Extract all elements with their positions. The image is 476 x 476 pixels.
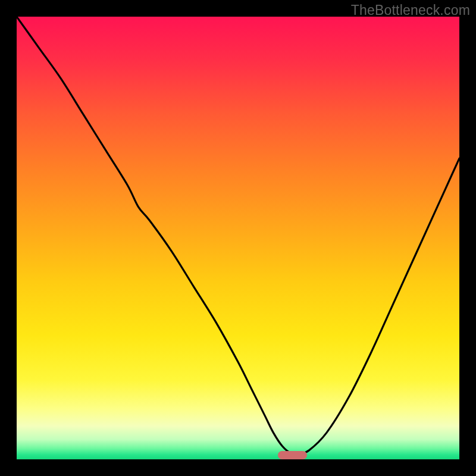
bottleneck-curve <box>17 17 459 459</box>
chart-root: TheBottleneck.com <box>0 0 476 476</box>
watermark-text: TheBottleneck.com <box>351 2 470 18</box>
optimum-marker <box>278 451 307 459</box>
plot-area <box>17 17 459 459</box>
